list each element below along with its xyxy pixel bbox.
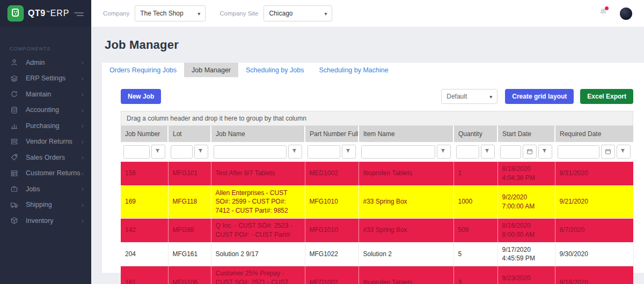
toolbar: New Job Default ▾ Create grid layout Exc… [121, 89, 633, 104]
filter-icon[interactable] [288, 145, 302, 159]
column-header-lot[interactable]: Lot [168, 126, 211, 142]
column-header-start-date[interactable]: Start Date [497, 126, 555, 142]
filter-icon[interactable] [617, 145, 631, 159]
chevron-right-icon: › [82, 91, 84, 98]
bar-chart-icon [10, 122, 19, 130]
filter-cell [305, 142, 358, 162]
excel-export-button[interactable]: Excel Export [580, 89, 633, 104]
cell: 161 [121, 266, 168, 284]
table-row[interactable]: 142MFG88Q Inc. - CUST SO#: 2523 - CUST P… [121, 218, 633, 242]
create-grid-layout-button[interactable]: Create grid layout [505, 89, 574, 104]
filter-input-start-date[interactable] [500, 145, 521, 159]
sidebar-item-label: Maintain [26, 91, 51, 98]
grid-layout-select[interactable]: Default ▾ [441, 89, 497, 104]
filter-cell [121, 142, 168, 162]
calendar-icon[interactable] [601, 145, 615, 159]
box-icon [10, 216, 19, 225]
sidebar-item-shipping[interactable]: Shipping› [0, 197, 91, 213]
column-header-item-name[interactable]: Item Name [358, 126, 453, 142]
filter-icon[interactable] [151, 145, 165, 159]
sidebar-item-admin[interactable]: Admin› [0, 55, 91, 71]
sidebar-item-maintain[interactable]: Maintain› [0, 86, 91, 102]
brand-qt9: QT9 [28, 9, 46, 18]
cell: 9/30/2020 [555, 242, 633, 266]
table-row[interactable]: 158MFG101Test After 8/7 TabletsMED1002Ib… [121, 162, 633, 186]
sidebar-item-erp-settings[interactable]: ERP Settings› [0, 71, 91, 87]
cell: 8/18/2020 4:04:38 PM [497, 162, 555, 186]
sidebar-item-sales-orders[interactable]: Sales Orders› [0, 150, 91, 166]
filter-input-required-date[interactable] [558, 145, 599, 159]
company-select-value: The Tech Shop [140, 10, 184, 17]
cell: Customer 25% Prepay - CUST SO#: 2571 - C… [211, 266, 305, 284]
notification-bell-icon[interactable] [598, 8, 608, 19]
sidebar-item-vendor-returns[interactable]: Vendor Returns› [0, 134, 91, 150]
filter-cell [453, 142, 497, 162]
cell: 8/7/2020 [555, 218, 633, 242]
filter-icon[interactable] [437, 145, 451, 159]
refresh-icon [10, 90, 19, 99]
filter-cell [358, 142, 453, 162]
sidebar-item-purchasing[interactable]: Purchasing› [0, 118, 91, 134]
chevron-right-icon: › [82, 75, 84, 82]
column-header-quantity[interactable]: Quantity [453, 126, 497, 142]
filter-row [121, 142, 633, 162]
company-select[interactable]: The Tech Shop ▾ [135, 5, 206, 21]
sidebar-section-label: COMPONENTS [0, 27, 91, 55]
filter-input-job-number[interactable] [123, 145, 150, 159]
table-row[interactable]: 169MFG118Allen Enterprises - CUST SO#: 2… [121, 185, 633, 218]
grid-layout-select-value: Default [447, 93, 467, 100]
tab-job-manager[interactable]: Job Manager [184, 63, 238, 77]
cell: 9/21/2020 [555, 185, 633, 218]
chevron-right-icon: › [82, 122, 84, 129]
chevron-right-icon: › [82, 107, 84, 114]
column-header-part-number-full[interactable]: Part Number Full [305, 126, 358, 142]
cell: MFG1010 [305, 185, 358, 218]
filter-icon[interactable] [538, 145, 552, 159]
calendar-icon[interactable] [523, 145, 537, 159]
column-header-job-number[interactable]: Job Number [121, 126, 168, 142]
tab-orders-requiring-jobs[interactable]: Orders Requiring Jobs [102, 63, 184, 77]
column-header-required-date[interactable]: Required Date [555, 126, 633, 142]
chevron-right-icon: › [82, 170, 84, 177]
filter-input-job-name[interactable] [214, 145, 287, 159]
filter-icon[interactable] [342, 145, 356, 159]
job-manager-panel: Orders Requiring JobsJob ManagerScheduli… [102, 63, 644, 273]
cell: Ibuprofen Tablets [358, 162, 453, 186]
coins-icon [10, 106, 19, 114]
sidebar-item-jobs[interactable]: Jobs› [0, 181, 91, 197]
tab-scheduling-by-jobs[interactable]: Scheduling by Jobs [238, 63, 311, 77]
company-site-label: Company Site [219, 10, 258, 17]
cell: Test After 8/7 Tablets [211, 162, 305, 186]
table-row[interactable]: 204MFG161Solution 2 9/17MFG1022Solution … [121, 242, 633, 266]
group-by-drop-zone[interactable]: Drag a column header and drop it here to… [121, 111, 633, 126]
table-row[interactable]: 161MFG106Customer 25% Prepay - CUST SO#:… [121, 266, 633, 284]
user-avatar[interactable] [620, 8, 632, 20]
cell: MFG161 [168, 242, 211, 266]
new-job-button[interactable]: New Job [121, 89, 161, 104]
chevron-down-icon: ▾ [197, 11, 200, 17]
jobs-grid: Job NumberLotJob NamePart Number FullIte… [121, 126, 634, 284]
brand-tm: ™ [46, 10, 50, 14]
filter-icon[interactable] [481, 145, 495, 159]
tabstrip: Orders Requiring JobsJob ManagerScheduli… [102, 63, 644, 77]
briefcase-icon [10, 185, 19, 193]
filter-input-part-number-full[interactable] [308, 145, 340, 159]
tab-scheduling-by-machine[interactable]: Scheduling by Machine [311, 63, 396, 77]
brand-name: QT9™ERP [28, 9, 70, 18]
filter-input-quantity[interactable] [456, 145, 479, 159]
layers-icon [10, 74, 19, 83]
sidebar-item-accounting[interactable]: Accounting› [0, 102, 91, 118]
company-site-select[interactable]: Chicago ▾ [264, 5, 332, 21]
list-icon [10, 137, 19, 146]
menu-toggle-icon[interactable] [74, 10, 85, 18]
filter-icon[interactable] [194, 145, 208, 159]
column-header-job-name[interactable]: Job Name [211, 126, 305, 142]
cell: 8/16/2020 8:00:00 AM [497, 218, 555, 242]
cell: Solution 2 [358, 242, 453, 266]
filter-input-lot[interactable] [171, 145, 193, 159]
sidebar-item-inventory[interactable]: Inventory› [0, 213, 91, 229]
chevron-right-icon: › [82, 138, 84, 145]
cell: 158 [121, 162, 168, 186]
filter-input-item-name[interactable] [361, 145, 435, 159]
sidebar-item-customer-returns[interactable]: Customer Returns› [0, 166, 91, 182]
